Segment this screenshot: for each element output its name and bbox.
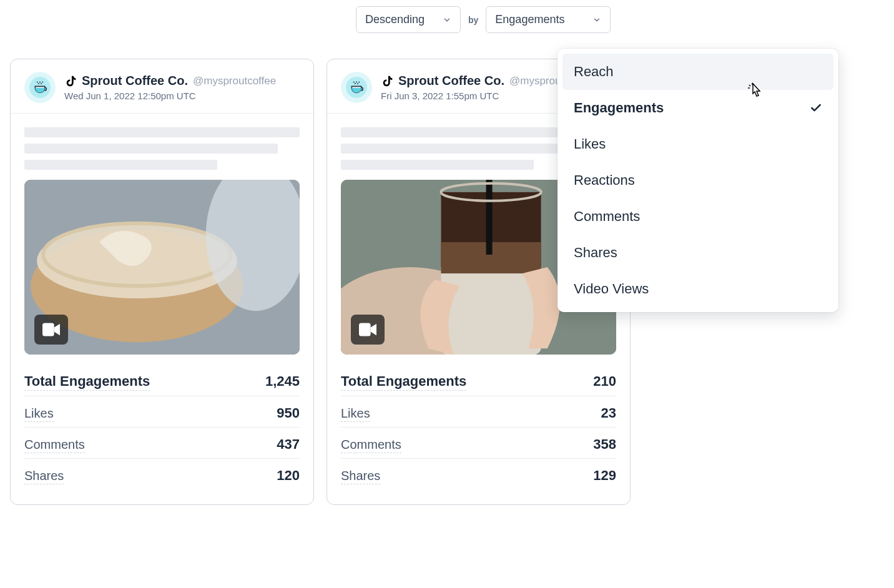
skeleton-line [341,160,534,170]
menu-item-video-views[interactable]: Video Views [562,271,833,307]
menu-item-label: Video Views [574,281,649,297]
metric-row: Comments 358 [341,428,616,459]
svg-point-3 [42,81,43,82]
sort-by-menu: ReachEngagementsLikesReactionsCommentsSh… [558,49,838,312]
chevron-down-icon [592,16,601,24]
menu-item-comments[interactable]: Comments [562,198,833,235]
metric-label: Comments [341,438,401,453]
svg-point-5 [41,83,42,84]
post-cards-row: Sprout Coffee Co. @mysproutcoffee Wed Ju… [10,59,631,505]
metric-row-total: Total Engagements 1,245 [24,365,300,396]
svg-rect-11 [42,323,54,336]
metric-row: Shares 120 [24,459,300,489]
metric-row: Shares 129 [341,459,616,489]
metric-value: 950 [277,405,300,421]
metric-label: Comments [24,438,85,453]
metric-row: Likes 950 [24,396,300,428]
tiktok-icon [381,74,395,88]
post-card: Sprout Coffee Co. @mysproutcoffee Wed Ju… [10,59,314,505]
profile-name[interactable]: Sprout Coffee Co. [82,74,188,88]
card-header: Sprout Coffee Co. @mysproutcoffee Wed Ju… [11,59,313,114]
sort-by-separator: by [468,15,478,25]
metric-value: 129 [593,468,616,484]
sort-order-dropdown[interactable]: Descending [356,6,461,33]
menu-item-reactions[interactable]: Reactions [562,162,833,198]
metric-value: 358 [593,436,616,453]
metric-label: Total Engagements [341,373,466,391]
metric-value: 23 [601,405,616,421]
metric-row: Likes 23 [341,396,616,428]
sort-order-label: Descending [365,13,425,26]
card-body [11,114,313,355]
post-media[interactable] [24,180,300,355]
menu-item-label: Likes [574,136,606,152]
svg-point-14 [356,81,357,82]
svg-point-4 [38,83,39,84]
metric-label: Likes [24,406,54,422]
svg-point-2 [39,81,41,82]
tiktok-icon [64,74,78,88]
menu-item-likes[interactable]: Likes [562,126,833,162]
metric-value: 210 [593,373,616,390]
post-timestamp: Wed Jun 1, 2022 12:50pm UTC [64,91,300,101]
sort-by-label: Engagements [495,13,564,26]
profile-avatar[interactable] [24,72,56,103]
sort-by-dropdown[interactable]: Engagements [486,6,611,33]
svg-point-16 [355,83,356,84]
metric-row-total: Total Engagements 210 [341,365,616,396]
menu-item-label: Reactions [574,172,635,189]
metric-value: 437 [277,436,300,453]
metrics: Total Engagements 1,245 Likes 950 Commen… [11,355,313,504]
svg-rect-25 [359,323,371,336]
menu-item-label: Engagements [574,100,664,116]
metric-label: Shares [24,469,64,484]
metric-label: Likes [341,406,370,422]
menu-item-engagements[interactable]: Engagements [562,90,833,126]
skeleton-line [24,144,278,154]
video-badge-icon [351,315,385,345]
profile-name[interactable]: Sprout Coffee Co. [398,74,504,88]
menu-item-label: Reach [574,64,614,80]
menu-item-shares[interactable]: Shares [562,235,833,271]
metrics: Total Engagements 210 Likes 23 Comments … [327,355,630,504]
metric-value: 1,245 [265,373,300,390]
menu-item-label: Shares [574,245,617,261]
profile-avatar[interactable] [341,72,372,103]
metric-label: Total Engagements [24,373,150,391]
check-icon [810,102,822,114]
metric-label: Shares [341,469,380,484]
svg-rect-23 [486,180,493,255]
svg-point-15 [358,81,360,82]
skeleton-line [24,127,300,137]
svg-point-1 [37,81,38,82]
metric-row: Comments 437 [24,428,300,459]
svg-point-17 [357,83,358,84]
menu-item-label: Comments [574,208,640,225]
metric-value: 120 [277,468,300,484]
menu-item-reach[interactable]: Reach [562,54,833,90]
video-badge-icon [34,315,68,345]
svg-point-13 [353,81,355,82]
header-text: Sprout Coffee Co. @mysproutcoffee Wed Ju… [64,74,300,101]
sort-controls: Descending by Engagements [356,6,611,33]
skeleton-line [341,144,594,154]
chevron-down-icon [443,16,451,24]
profile-handle[interactable]: @mysproutcoffee [193,75,276,87]
skeleton-line [24,160,217,170]
